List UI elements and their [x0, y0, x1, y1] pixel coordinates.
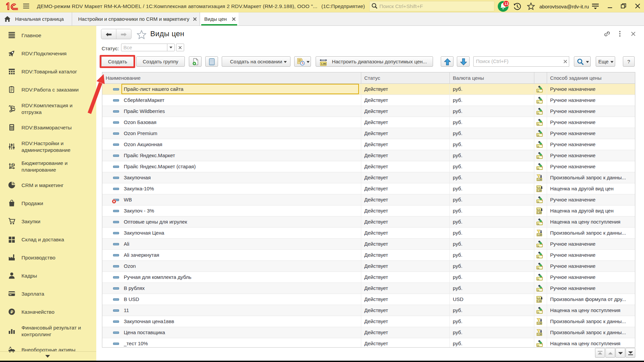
svg-text:1.10: 1.10 — [537, 333, 542, 336]
svg-text:1.10: 1.10 — [537, 189, 541, 192]
svg-text:1.1: 1.1 — [537, 297, 540, 299]
svg-text:₽: ₽ — [12, 163, 14, 167]
svg-text:1.1: 1.1 — [537, 186, 540, 188]
svg-text:1.: 1. — [537, 167, 539, 170]
svg-text:1.: 1. — [537, 344, 539, 347]
svg-text:1.: 1. — [537, 134, 539, 136]
svg-text:1.90: 1.90 — [321, 62, 326, 65]
svg-text:1.: 1. — [537, 123, 539, 125]
svg-text:1.: 1. — [537, 267, 539, 269]
svg-text:1.: 1. — [537, 256, 539, 258]
svg-text:1.: 1. — [537, 278, 539, 280]
svg-text:1.10: 1.10 — [537, 178, 542, 181]
svg-text:1.: 1. — [537, 245, 539, 247]
svg-text:1.: 1. — [537, 145, 539, 147]
svg-text:1.10: 1.10 — [537, 300, 541, 302]
svg-text:1.: 1. — [537, 223, 539, 225]
svg-text:1.: 1. — [537, 289, 539, 291]
svg-text:1.: 1. — [537, 311, 539, 313]
svg-text:₽: ₽ — [10, 309, 13, 314]
svg-text:1.: 1. — [537, 90, 539, 92]
svg-text:1.: 1. — [537, 156, 539, 159]
svg-text:1.10: 1.10 — [537, 322, 542, 324]
svg-text:1.: 1. — [537, 101, 539, 103]
svg-text:1.: 1. — [537, 112, 539, 114]
svg-text:1.10: 1.10 — [537, 212, 541, 214]
svg-text:13: 13 — [504, 2, 508, 6]
svg-text:1.10: 1.10 — [537, 234, 542, 236]
svg-text:1.1: 1.1 — [537, 208, 540, 210]
svg-text:1.: 1. — [537, 200, 539, 203]
